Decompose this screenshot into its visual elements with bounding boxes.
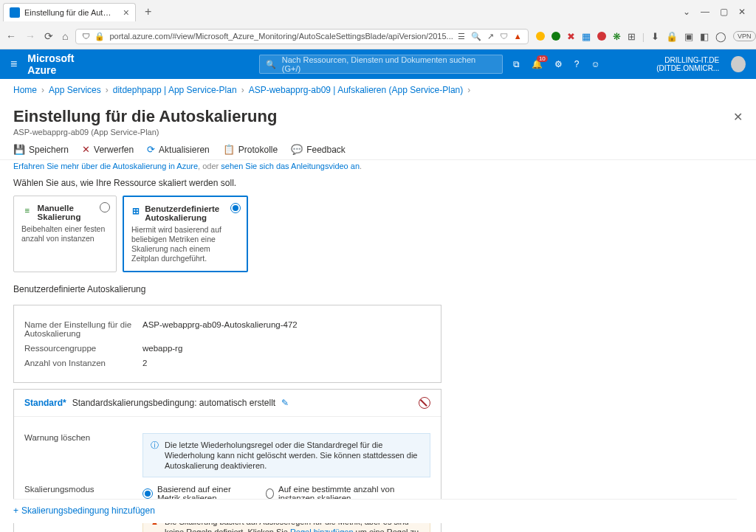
add-condition-link[interactable]: + Skalierungsbedingung hinzufügen	[13, 499, 737, 523]
blade-header: Einstellung für die Autoskalierung ASP-w…	[0, 101, 756, 139]
setting-rg-value: webapp-rg	[142, 344, 430, 353]
edit-icon[interactable]: ✎	[281, 398, 289, 408]
discard-icon: ✕	[82, 144, 90, 155]
nav-home-icon[interactable]: ⌂	[62, 30, 68, 42]
info-icon: ⓘ	[151, 440, 159, 471]
nav-reload-icon[interactable]: ⟳	[44, 30, 53, 42]
pocket-icon[interactable]: ▣	[684, 31, 693, 42]
ext-1-icon[interactable]	[536, 32, 545, 41]
manual-scale-card[interactable]: ≡ Manuelle Skalierung Beibehalten einer …	[13, 196, 117, 272]
setting-name-value: ASP-webapprg-ab09-Autoskalierung-472	[142, 320, 430, 338]
ext-2-icon[interactable]	[551, 32, 560, 41]
help-link-2[interactable]: sehen Sie sich das Anleitungsvideo an	[221, 162, 360, 170]
lock-icon: 🔒	[94, 32, 105, 41]
save-icon: 💾	[13, 144, 25, 155]
address-bar[interactable]: 🛡 🔒 portal.azure.com/#view/Microsoft_Azu…	[75, 29, 528, 44]
tab-title: Einstellung für die Autoskalieru	[24, 8, 114, 17]
custom-radio[interactable]	[230, 203, 241, 213]
add-rule-link[interactable]: Regel hinzufügen	[290, 528, 354, 532]
account-label[interactable]: DRILLING-IT.DE (DITDE.ONMICR...	[612, 56, 719, 72]
reader-icon[interactable]: ☰	[458, 32, 465, 41]
ext-5-icon[interactable]	[597, 32, 606, 41]
breadcrumb: Home› App Services› ditdephpapp | App Se…	[0, 79, 756, 101]
close-icon[interactable]: ✕	[733, 110, 743, 124]
content-area: Erfahren Sie mehr über die Autoskalierun…	[0, 160, 756, 532]
save-button[interactable]: 💾Speichern	[13, 144, 69, 155]
info-box: ⓘ Die letzte Wiederholungsregel oder die…	[142, 433, 430, 477]
new-tab-button[interactable]: +	[140, 5, 156, 18]
custom-icon: ⊞	[131, 204, 140, 218]
search-placeholder: Nach Ressourcen, Diensten und Dokumenten…	[282, 55, 496, 73]
setting-count-value: 2	[142, 359, 430, 367]
zoom-icon[interactable]: 🔍	[471, 32, 481, 41]
window-close-icon[interactable]: ✕	[738, 7, 746, 17]
condition-tag: Standard*	[24, 398, 66, 408]
azure-logo[interactable]: Microsoft Azure	[27, 52, 100, 76]
nav-back-icon[interactable]: ←	[6, 30, 16, 42]
ext-6-icon[interactable]: ❋	[613, 31, 621, 42]
nav-forward-icon: →	[25, 30, 35, 42]
manual-radio[interactable]	[100, 202, 110, 213]
warn-icon[interactable]: ▲	[514, 32, 522, 41]
breadcrumb-item[interactable]: ASP-webapprg-ab09 | Aufskalieren (App Se…	[249, 85, 464, 95]
ext-4-icon[interactable]: ▦	[582, 31, 591, 42]
window-chevron-icon[interactable]: ⌄	[683, 7, 690, 17]
command-bar: 💾Speichern ✕Verwerfen ⟳Aktualisieren 📋Pr…	[0, 139, 756, 160]
azure-top-bar: ≡ Microsoft Azure 🔍 Nach Ressourcen, Die…	[0, 49, 756, 79]
discard-button[interactable]: ✕Verwerfen	[82, 144, 134, 155]
lock2-icon[interactable]: 🔒	[666, 31, 678, 42]
condition-desc: Standardskalierungsbedingung: automatisc…	[72, 398, 276, 408]
help-icon[interactable]: ?	[574, 59, 580, 69]
ublock-icon[interactable]: 🛡	[500, 32, 508, 41]
download-icon[interactable]: ⬇	[651, 31, 659, 42]
ext-7-icon[interactable]: ⊞	[628, 31, 636, 42]
window-maximize-icon[interactable]: ▢	[720, 7, 728, 17]
settings-icon[interactable]: ⚙	[554, 59, 563, 69]
url-text: portal.azure.com/#view/Microsoft_Azure_M…	[109, 32, 453, 41]
settings-box: Name der Einstellung für die Autoskalier…	[13, 305, 441, 383]
custom-heading: Benutzerdefinierte Autoskalierung	[13, 284, 743, 294]
sidebar-icon[interactable]: ◧	[700, 31, 709, 42]
hamburger-icon[interactable]: ≡	[10, 58, 17, 71]
feedback-icon: 💬	[291, 144, 303, 155]
logs-button[interactable]: 📋Protokolle	[223, 144, 278, 155]
logs-icon: 📋	[223, 144, 235, 155]
manual-icon: ≡	[21, 204, 33, 217]
breadcrumb-item[interactable]: App Services	[49, 85, 101, 95]
page-title: Einstellung für die Autoskalierung	[13, 107, 743, 126]
delete-icon[interactable]	[419, 397, 430, 409]
choose-label: Wählen Sie aus, wie Ihre Ressource skali…	[13, 178, 743, 188]
window-minimize-icon[interactable]: —	[701, 7, 709, 17]
tab-close-icon[interactable]: ×	[123, 7, 129, 18]
feedback-icon[interactable]: ☺	[591, 59, 599, 69]
breadcrumb-item[interactable]: ditdephpapp | App Service-Plan	[113, 85, 237, 95]
notifications-icon[interactable]: 🔔10	[532, 59, 543, 69]
refresh-icon: ⟳	[147, 144, 155, 155]
vpn-badge[interactable]: VPN	[733, 31, 756, 41]
shield-icon: 🛡	[82, 32, 90, 41]
page-subtitle: ASP-webapprg-ab09 (App Service-Plan)	[13, 128, 743, 137]
custom-scale-card[interactable]: ⊞ Benutzerdefinierte Autoskalierung Hier…	[123, 196, 248, 272]
ext-3-icon[interactable]: ✖	[567, 31, 575, 42]
feedback-button[interactable]: 💬Feedback	[291, 144, 346, 155]
migrate-icon[interactable]: ↗	[487, 32, 494, 41]
azure-search-input[interactable]: 🔍 Nach Ressourcen, Diensten und Dokument…	[259, 55, 503, 74]
avatar[interactable]	[731, 56, 746, 72]
help-link-1[interactable]: Erfahren Sie mehr über die Autoskalierun…	[13, 162, 198, 170]
refresh-button[interactable]: ⟳Aktualisieren	[147, 144, 210, 155]
browser-tab[interactable]: Einstellung für die Autoskalieru ×	[3, 3, 136, 21]
cloudshell-icon[interactable]: ⧉	[513, 59, 520, 69]
search-icon: 🔍	[266, 60, 276, 69]
plus-icon: +	[13, 505, 18, 516]
ext-dot2[interactable]: ◯	[715, 31, 726, 42]
azure-favicon	[10, 7, 20, 18]
ext-sep: |	[642, 31, 645, 42]
breadcrumb-item[interactable]: Home	[13, 85, 37, 95]
